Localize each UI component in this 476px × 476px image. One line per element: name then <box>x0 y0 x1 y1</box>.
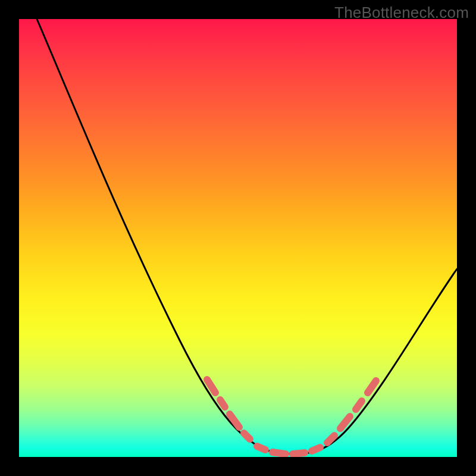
svg-line-9 <box>340 416 350 428</box>
svg-line-3 <box>244 433 250 439</box>
svg-line-8 <box>327 436 334 443</box>
curve-svg <box>19 19 457 457</box>
svg-line-2 <box>230 414 239 427</box>
svg-line-4 <box>257 446 265 450</box>
highlight-left <box>207 380 250 439</box>
plot-area <box>19 19 457 457</box>
bottleneck-curve <box>37 19 457 454</box>
chart-frame: TheBottleneck.com <box>0 0 476 476</box>
svg-line-11 <box>368 381 376 393</box>
highlight-right <box>327 381 376 443</box>
svg-line-1 <box>220 400 225 407</box>
svg-line-5 <box>273 452 286 454</box>
svg-line-10 <box>356 401 362 409</box>
svg-line-6 <box>293 453 305 454</box>
svg-line-7 <box>312 447 320 451</box>
highlight-floor <box>257 446 320 454</box>
